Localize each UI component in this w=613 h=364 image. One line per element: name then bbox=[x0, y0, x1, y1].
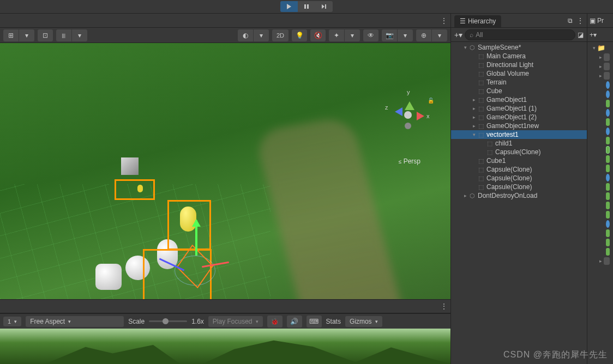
script-icon[interactable] bbox=[606, 137, 610, 144]
project-icon: ▣ bbox=[590, 17, 596, 25]
gizmos-dropdown[interactable]: ▾ bbox=[432, 29, 447, 41]
tree-item[interactable]: Capsule(Clone) bbox=[451, 183, 587, 191]
game-preview bbox=[0, 329, 450, 364]
grid-snap-button[interactable]: ⊞ bbox=[3, 29, 19, 41]
kebab-icon[interactable]: ⋮ bbox=[441, 302, 447, 310]
expand-arrow[interactable]: ▸ bbox=[471, 97, 477, 102]
shading-mode-button[interactable]: ◐ bbox=[238, 29, 253, 41]
hierarchy-tree[interactable]: ▾SampleScene*Main CameraDirectional Ligh… bbox=[451, 42, 587, 364]
scene-viewport[interactable]: y x z 🔓 ≤ Persp bbox=[0, 43, 450, 299]
hidden-toggle[interactable]: 👁 bbox=[363, 29, 378, 41]
expand-arrow[interactable]: ▸ bbox=[462, 193, 468, 198]
2d-toggle[interactable]: 2D bbox=[272, 29, 289, 41]
tree-item[interactable]: ▸DontDestroyOnLoad bbox=[451, 191, 587, 200]
asset-icon[interactable] bbox=[604, 63, 610, 70]
grid-dropdown[interactable]: ▾ bbox=[19, 29, 34, 41]
fx-toggle[interactable]: ✦ bbox=[329, 29, 344, 41]
asset-icon[interactable] bbox=[606, 90, 610, 98]
tree-item[interactable]: Terrain bbox=[451, 78, 587, 87]
detach-icon[interactable]: ⧉ bbox=[568, 17, 573, 25]
tree-item[interactable]: ▸GameObject1 (1) bbox=[451, 104, 587, 113]
kebab-icon[interactable]: ⋮ bbox=[577, 17, 584, 25]
expand-arrow[interactable]: ▸ bbox=[471, 123, 477, 129]
folder-icon[interactable] bbox=[604, 257, 610, 265]
tree-item[interactable]: Main Camera bbox=[451, 52, 587, 60]
gizmos-button[interactable]: ⊕ bbox=[416, 29, 431, 41]
neg-y-cone[interactable] bbox=[405, 123, 411, 129]
script-icon[interactable] bbox=[606, 165, 610, 172]
play-mode-dropdown[interactable]: Play Focused bbox=[208, 316, 263, 327]
shading-dropdown[interactable]: ▾ bbox=[254, 29, 269, 41]
tree-item[interactable]: Cube bbox=[451, 87, 587, 95]
expand-arrow[interactable]: ▾ bbox=[471, 132, 477, 137]
script-icon[interactable] bbox=[606, 202, 610, 209]
keyboard-icon[interactable]: ⌨ bbox=[306, 316, 322, 327]
tree-item[interactable]: Capsule(Clone) bbox=[451, 165, 587, 174]
cube-icon bbox=[477, 131, 485, 138]
asset-icon[interactable] bbox=[606, 174, 610, 181]
add-button[interactable]: +▾ bbox=[454, 31, 462, 39]
camera-dropdown[interactable]: ▾ bbox=[398, 29, 413, 41]
expand-arrow[interactable]: ▸ bbox=[471, 106, 477, 111]
script-icon[interactable] bbox=[606, 118, 610, 126]
asset-icon[interactable] bbox=[606, 109, 610, 117]
tree-item[interactable]: Directional Light bbox=[451, 60, 587, 69]
expand-arrow[interactable]: ▸ bbox=[471, 114, 477, 120]
pause-button[interactable] bbox=[298, 1, 315, 12]
mute-icon[interactable]: 🔊 bbox=[287, 316, 302, 327]
fx-dropdown[interactable]: ▾ bbox=[345, 29, 360, 41]
increment-dropdown[interactable]: ▾ bbox=[72, 29, 87, 41]
svg-rect-2 bbox=[325, 4, 326, 9]
tree-item[interactable]: ▾SampleScene* bbox=[451, 43, 587, 52]
audio-toggle[interactable]: 🔇 bbox=[310, 29, 326, 41]
perspective-label[interactable]: ≤ Persp bbox=[399, 157, 420, 165]
script-icon[interactable] bbox=[606, 155, 610, 163]
game-gizmos-dropdown[interactable]: Gizmos bbox=[345, 316, 382, 327]
y-cone-icon[interactable] bbox=[405, 96, 414, 110]
tree-item[interactable]: ▸GameObject1 (2) bbox=[451, 113, 587, 122]
scale-slider[interactable] bbox=[149, 320, 187, 322]
script-icon[interactable] bbox=[606, 211, 610, 219]
increment-snap-button[interactable]: ⫼ bbox=[56, 29, 71, 41]
script-icon[interactable] bbox=[606, 183, 610, 191]
hierarchy-tab[interactable]: ☰ Hierarchy bbox=[454, 15, 501, 27]
asset-icon[interactable] bbox=[606, 81, 610, 89]
script-icon[interactable] bbox=[606, 239, 610, 246]
tree-item[interactable]: ▸GameObject1new bbox=[451, 122, 587, 130]
step-button[interactable] bbox=[315, 1, 333, 12]
script-icon[interactable] bbox=[606, 192, 610, 200]
snap-button[interactable]: ⊡ bbox=[38, 29, 53, 41]
add-button[interactable]: +▾ bbox=[590, 31, 597, 39]
script-icon[interactable] bbox=[606, 146, 610, 154]
tree-item[interactable]: Capsule(Clone) bbox=[451, 174, 587, 183]
asset-icon[interactable] bbox=[606, 220, 610, 228]
expand-arrow[interactable]: ▾ bbox=[462, 45, 468, 50]
tree-item[interactable]: child1 bbox=[451, 139, 587, 148]
orientation-gizmo[interactable]: y x z 🔓 bbox=[385, 92, 429, 136]
tree-item[interactable]: Capsule(Clone) bbox=[451, 148, 587, 156]
search-input[interactable]: ⌕ All bbox=[465, 29, 575, 40]
camera-button[interactable]: 📷 bbox=[382, 29, 397, 41]
tree-item[interactable]: Cube1 bbox=[451, 156, 587, 165]
script-icon[interactable] bbox=[606, 248, 610, 256]
y-axis-arrow[interactable] bbox=[195, 220, 197, 256]
lighting-toggle[interactable]: 💡 bbox=[292, 29, 307, 41]
asset-icon[interactable] bbox=[604, 53, 610, 61]
asset-icon[interactable] bbox=[606, 128, 610, 135]
kebab-icon[interactable]: ⋮ bbox=[441, 17, 447, 25]
tree-item[interactable]: Global Volume bbox=[451, 69, 587, 78]
move-gizmo[interactable] bbox=[175, 258, 218, 299]
lock-icon[interactable]: 🔓 bbox=[428, 98, 434, 104]
aspect-dropdown[interactable]: Free Aspect bbox=[26, 316, 124, 327]
script-icon[interactable] bbox=[606, 100, 610, 107]
z-cone-icon[interactable] bbox=[390, 107, 402, 116]
asset-icon[interactable] bbox=[604, 72, 610, 80]
display-dropdown[interactable]: 1 bbox=[3, 317, 21, 326]
script-icon[interactable] bbox=[606, 229, 610, 237]
bug-icon[interactable]: 🐞 bbox=[267, 316, 283, 327]
tree-item[interactable]: ▸GameObject1 bbox=[451, 95, 587, 104]
stats-button[interactable]: Stats bbox=[326, 318, 341, 325]
tree-item[interactable]: ▾vectortest1 bbox=[451, 130, 587, 139]
search-filter-icon[interactable]: ◪ bbox=[578, 31, 584, 39]
play-button[interactable] bbox=[280, 1, 298, 12]
